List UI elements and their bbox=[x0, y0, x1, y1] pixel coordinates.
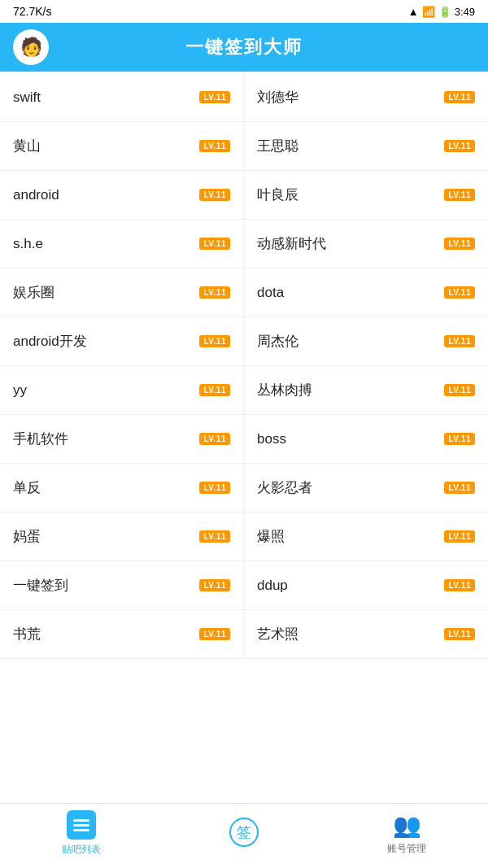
lv-badge: LV.11 bbox=[199, 433, 230, 445]
list-item-name: 妈蛋 bbox=[13, 527, 41, 546]
bottom-nav: 贴吧列表 签 👥 账号管理 bbox=[0, 803, 488, 868]
list-item[interactable]: yy LV.11 bbox=[0, 366, 244, 415]
list-item[interactable]: 手机软件 LV.11 bbox=[0, 415, 244, 464]
sign-icon: 签 bbox=[229, 818, 259, 847]
avatar-emoji: 🧑 bbox=[20, 37, 42, 58]
list-item-name: swift bbox=[13, 89, 41, 106]
list-item-name: 一键签到 bbox=[13, 576, 68, 595]
list-item-name: 火影忍者 bbox=[257, 478, 312, 497]
list-item-name: 黄山 bbox=[13, 137, 41, 155]
list-item-name: 刘德华 bbox=[257, 88, 298, 107]
list-item[interactable]: 丛林肉搏 LV.11 bbox=[244, 366, 488, 415]
list-item[interactable]: android LV.11 bbox=[0, 171, 244, 220]
lv-badge: LV.11 bbox=[199, 628, 230, 640]
list-item[interactable]: 叶良辰 LV.11 bbox=[244, 171, 488, 220]
lv-badge: LV.11 bbox=[199, 335, 230, 347]
battery-icon: 🔋 bbox=[438, 6, 451, 18]
sign-label: 签 bbox=[237, 822, 251, 842]
lv-badge: LV.11 bbox=[199, 482, 230, 494]
account-icon: 👥 bbox=[393, 812, 421, 839]
lv-badge: LV.11 bbox=[444, 628, 475, 640]
list-item-name: yy bbox=[13, 382, 27, 399]
list-item[interactable]: 爆照 LV.11 bbox=[244, 513, 488, 561]
lv-badge: LV.11 bbox=[199, 91, 230, 103]
lv-badge: LV.11 bbox=[444, 91, 475, 103]
lv-badge: LV.11 bbox=[444, 189, 475, 201]
status-icons: ▲ 📶 🔋 3:49 bbox=[408, 6, 475, 18]
lv-badge: LV.11 bbox=[444, 579, 475, 591]
list-item[interactable]: ddup LV.11 bbox=[244, 561, 488, 610]
list-container: swift LV.11 刘德华 LV.11 黄山 LV.11 王思聪 LV.11… bbox=[0, 73, 488, 803]
list-item[interactable]: 王思聪 LV.11 bbox=[244, 122, 488, 171]
list-item[interactable]: dota LV.11 bbox=[244, 268, 488, 317]
lv-badge: LV.11 bbox=[444, 482, 475, 494]
list-item-name: 娱乐圈 bbox=[13, 283, 54, 302]
lv-badge: LV.11 bbox=[444, 238, 475, 250]
list-item[interactable]: 火影忍者 LV.11 bbox=[244, 464, 488, 513]
list-item-name: 动感新时代 bbox=[257, 234, 326, 253]
list-item-name: dota bbox=[257, 285, 284, 301]
list-item[interactable]: swift LV.11 bbox=[0, 73, 244, 122]
list-item[interactable]: 周杰伦 LV.11 bbox=[244, 317, 488, 366]
list-item-name: 丛林肉搏 bbox=[257, 381, 312, 399]
wifi-icon: ▲ bbox=[408, 6, 419, 18]
list-item-name: android开发 bbox=[13, 332, 87, 351]
list-item[interactable]: 妈蛋 LV.11 bbox=[0, 513, 244, 561]
lv-badge: LV.11 bbox=[444, 384, 475, 396]
list-item[interactable]: 一键签到 LV.11 bbox=[0, 561, 244, 610]
list-item[interactable]: 书荒 LV.11 bbox=[0, 610, 244, 659]
list-grid: swift LV.11 刘德华 LV.11 黄山 LV.11 王思聪 LV.11… bbox=[0, 73, 488, 659]
list-item-name: 王思聪 bbox=[257, 137, 298, 155]
list-item-name: 书荒 bbox=[13, 625, 41, 643]
nav-label-account: 账号管理 bbox=[387, 842, 426, 856]
status-speed: 72.7K/s bbox=[13, 5, 51, 18]
lv-badge: LV.11 bbox=[444, 286, 475, 299]
lv-badge: LV.11 bbox=[199, 189, 230, 201]
list-item[interactable]: 动感新时代 LV.11 bbox=[244, 220, 488, 268]
nav-item-account[interactable]: 👥 账号管理 bbox=[325, 812, 488, 856]
list-item-name: ddup bbox=[257, 578, 288, 594]
status-bar: 72.7K/s ▲ 📶 🔋 3:49 bbox=[0, 0, 488, 23]
list-item-name: 手机软件 bbox=[13, 430, 68, 448]
lv-badge: LV.11 bbox=[444, 335, 475, 347]
page-title: 一键签到大师 bbox=[13, 35, 475, 59]
list-item-name: 周杰伦 bbox=[257, 332, 298, 351]
list-icon bbox=[67, 810, 96, 840]
lv-badge: LV.11 bbox=[199, 140, 230, 152]
list-item[interactable]: s.h.e LV.11 bbox=[0, 220, 244, 268]
lv-badge: LV.11 bbox=[199, 579, 230, 591]
lv-badge: LV.11 bbox=[199, 286, 230, 299]
list-line-1 bbox=[73, 819, 89, 822]
list-item[interactable]: 单反 LV.11 bbox=[0, 464, 244, 513]
lv-badge: LV.11 bbox=[444, 433, 475, 445]
app-header: 🧑 一键签到大师 bbox=[0, 23, 488, 72]
list-item-name: 爆照 bbox=[257, 527, 285, 546]
list-item-name: boss bbox=[257, 431, 286, 447]
list-line-2 bbox=[73, 824, 89, 827]
list-line-3 bbox=[73, 829, 89, 831]
list-item-name: android bbox=[13, 187, 59, 203]
list-item-name: 叶良辰 bbox=[257, 185, 298, 204]
list-item[interactable]: 黄山 LV.11 bbox=[0, 122, 244, 171]
list-item[interactable]: 刘德华 LV.11 bbox=[244, 73, 488, 122]
lv-badge: LV.11 bbox=[444, 530, 475, 543]
lv-badge: LV.11 bbox=[444, 140, 475, 152]
lv-badge: LV.11 bbox=[199, 384, 230, 396]
list-icon-inner bbox=[73, 819, 89, 831]
nav-item-list[interactable]: 贴吧列表 bbox=[0, 810, 163, 857]
avatar: 🧑 bbox=[13, 29, 49, 65]
list-item-name: s.h.e bbox=[13, 236, 43, 252]
list-item[interactable]: 娱乐圈 LV.11 bbox=[0, 268, 244, 317]
list-item[interactable]: boss LV.11 bbox=[244, 415, 488, 464]
list-item[interactable]: android开发 LV.11 bbox=[0, 317, 244, 366]
nav-label-list: 贴吧列表 bbox=[62, 843, 101, 857]
list-item[interactable]: 艺术照 LV.11 bbox=[244, 610, 488, 659]
lv-badge: LV.11 bbox=[199, 530, 230, 543]
signal-icon: 📶 bbox=[422, 6, 435, 18]
list-item-name: 单反 bbox=[13, 478, 41, 497]
nav-item-sign[interactable]: 签 bbox=[163, 818, 325, 850]
status-time: 3:49 bbox=[455, 6, 475, 18]
lv-badge: LV.11 bbox=[199, 238, 230, 250]
list-item-name: 艺术照 bbox=[257, 625, 298, 643]
